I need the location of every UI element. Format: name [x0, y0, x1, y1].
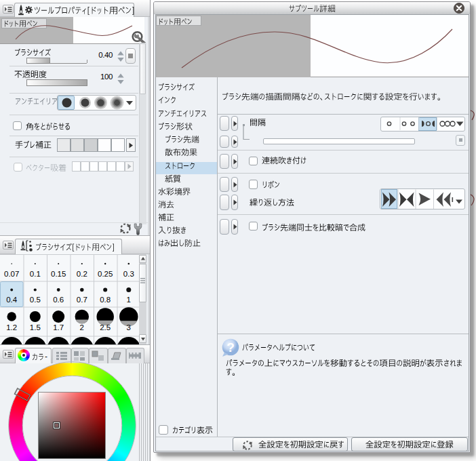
svg-text:?: ?	[226, 340, 235, 355]
